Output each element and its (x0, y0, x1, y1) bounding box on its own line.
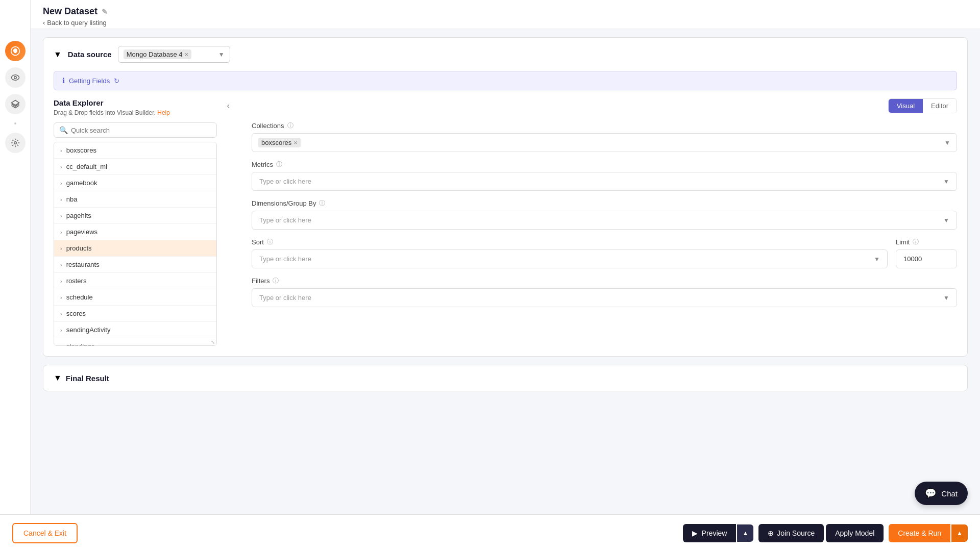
collection-item[interactable]: ›gamebook (54, 175, 216, 191)
view-toggle: Visual Editor (252, 98, 957, 113)
search-bar: 🔍 (54, 122, 217, 138)
collapse-arrow[interactable]: ‹ (221, 98, 235, 113)
create-run-button[interactable]: Create & Run (889, 524, 950, 542)
query-builder: Visual Editor Collections ⓘ boxscores (239, 98, 957, 346)
edit-title-icon[interactable]: ✎ (102, 8, 108, 16)
collections-chip-close[interactable]: × (293, 139, 298, 146)
getting-fields-label: Getting Fields (69, 77, 110, 85)
resize-handle[interactable]: ⤡ (209, 338, 217, 346)
collection-item[interactable]: ›scores (54, 306, 216, 322)
collection-item[interactable]: ›cc_default_ml (54, 159, 216, 175)
metrics-chevron: ▼ (943, 178, 949, 185)
sort-info-icon[interactable]: ⓘ (267, 238, 273, 246)
sort-label: Sort ⓘ (252, 238, 888, 246)
svg-point-4 (14, 142, 16, 144)
final-result-card: ▼ Final Result (43, 365, 968, 391)
datasource-dropdown[interactable]: Mongo Database 4 × ▼ (118, 46, 230, 63)
svg-point-1 (11, 75, 19, 81)
datasource-dropdown-chevron: ▼ (218, 51, 225, 58)
data-explorer-title: Data Explorer (54, 98, 217, 107)
toggle-btn-group: Visual Editor (888, 98, 957, 113)
collection-item[interactable]: ›pagehits (54, 208, 216, 224)
datasource-chip-close[interactable]: × (185, 51, 189, 58)
metrics-info-icon[interactable]: ⓘ (276, 160, 282, 169)
sort-field-group: Sort ⓘ Type or click here ▼ (252, 238, 888, 268)
datasource-card: ▼ Data source Mongo Database 4 × ▼ ℹ Get… (43, 37, 968, 357)
dimensions-label: Dimensions/Group By ⓘ (252, 199, 957, 208)
collection-item[interactable]: ›sendingActivity (54, 322, 216, 338)
collection-item[interactable]: ›pageviews (54, 224, 216, 240)
datasource-selected: Mongo Database 4 × (124, 49, 191, 59)
bottom-toolbar: Cancel & Exit ▶ Preview ▲ ⊕ Join Source … (0, 514, 980, 551)
collection-list: ›boxscores›cc_default_ml›gamebook›nba›pa… (54, 142, 217, 346)
chat-button[interactable]: 💬 Chat (915, 482, 968, 505)
refresh-icon[interactable]: ↻ (114, 77, 119, 85)
collections-selected: boxscores × (258, 138, 301, 147)
back-link[interactable]: ‹ Back to query listing (43, 19, 968, 27)
metrics-field-group: Metrics ⓘ Type or click here ▼ (252, 160, 957, 191)
sidebar-icon-layers[interactable] (5, 94, 26, 114)
collections-chip: boxscores × (258, 138, 301, 147)
search-input[interactable] (71, 127, 211, 134)
join-source-button[interactable]: ⊕ Join Source (758, 524, 824, 542)
collection-item[interactable]: ›schedule (54, 289, 216, 306)
chat-label: Chat (941, 489, 958, 498)
sidebar-icon-eye[interactable] (5, 67, 26, 88)
datasource-label: Data source (68, 50, 112, 59)
filters-info-icon[interactable]: ⓘ (273, 277, 279, 285)
dimensions-dropdown[interactable]: Type or click here ▼ (252, 211, 957, 230)
collections-info-icon[interactable]: ⓘ (287, 121, 293, 130)
limit-input[interactable] (896, 249, 957, 268)
collection-item[interactable]: ›products (54, 240, 216, 257)
sidebar-dot (14, 122, 16, 124)
search-icon: 🔍 (59, 126, 68, 134)
dimensions-field-group: Dimensions/Group By ⓘ Type or click here… (252, 199, 957, 230)
preview-expand-button[interactable]: ▲ (737, 524, 753, 542)
limit-field-group: Limit ⓘ (896, 238, 957, 268)
final-result-header: ▼ Final Result (43, 365, 967, 391)
back-arrow-icon: ‹ (43, 19, 45, 27)
filters-label: Filters ⓘ (252, 277, 957, 285)
final-result-chevron[interactable]: ▼ (54, 373, 62, 383)
collection-item[interactable]: ›rosters (54, 273, 216, 289)
cancel-exit-button[interactable]: Cancel & Exit (12, 523, 78, 543)
metrics-label: Metrics ⓘ (252, 160, 957, 169)
sidebar-icon-leaf[interactable] (5, 41, 26, 61)
preview-button[interactable]: ▶ Preview (683, 524, 737, 542)
toggle-editor[interactable]: Editor (923, 99, 957, 113)
data-explorer-left: Data Explorer Drag & Drop fields into Vi… (54, 98, 217, 346)
datasource-chip: Mongo Database 4 × (124, 49, 191, 59)
getting-fields-bar: ℹ Getting Fields ↻ (54, 71, 957, 90)
help-link[interactable]: Help (157, 109, 170, 116)
create-run-expand-button[interactable]: ▲ (951, 524, 968, 542)
datasource-row: ▼ Data source Mongo Database 4 × ▼ (43, 38, 967, 71)
limit-label: Limit ⓘ (896, 238, 957, 246)
metrics-dropdown[interactable]: Type or click here ▼ (252, 172, 957, 191)
final-result-label: Final Result (66, 374, 109, 383)
apply-model-button[interactable]: Apply Model (826, 524, 884, 542)
svg-point-2 (14, 77, 16, 79)
limit-info-icon[interactable]: ⓘ (913, 238, 919, 246)
header: New Dataset ✎ ‹ Back to query listing (31, 0, 980, 29)
data-explorer-subtitle: Drag & Drop fields into Visual Builder. … (54, 109, 217, 116)
main-content: ▼ Data source Mongo Database 4 × ▼ ℹ Get… (31, 29, 980, 440)
preview-play-icon: ▶ (692, 529, 698, 537)
collections-dropdown-chevron: ▼ (944, 139, 950, 146)
dimensions-info-icon[interactable]: ⓘ (319, 199, 325, 208)
collection-item[interactable]: ›boxscores (54, 142, 216, 159)
sidebar-icon-settings[interactable] (5, 133, 26, 153)
join-plus-icon: ⊕ (768, 529, 774, 537)
collections-dropdown[interactable]: boxscores × ▼ (252, 133, 957, 152)
toggle-visual[interactable]: Visual (889, 99, 923, 113)
data-explorer-container: Data Explorer Drag & Drop fields into Vi… (43, 98, 967, 356)
sort-dropdown[interactable]: Type or click here ▼ (252, 249, 888, 268)
sort-limit-row: Sort ⓘ Type or click here ▼ Limit ⓘ (252, 238, 957, 268)
datasource-chevron[interactable]: ▼ (54, 50, 62, 59)
page-title-row: New Dataset ✎ (43, 6, 968, 17)
toolbar-right: ▶ Preview ▲ ⊕ Join Source Apply Model Cr… (683, 524, 968, 542)
collection-item[interactable]: ›nba (54, 191, 216, 208)
collection-item[interactable]: ›standings (54, 338, 216, 346)
collection-item[interactable]: ›restaurants (54, 257, 216, 273)
page-title: New Dataset (43, 6, 97, 17)
filters-dropdown[interactable]: Type or click here ▼ (252, 288, 957, 307)
